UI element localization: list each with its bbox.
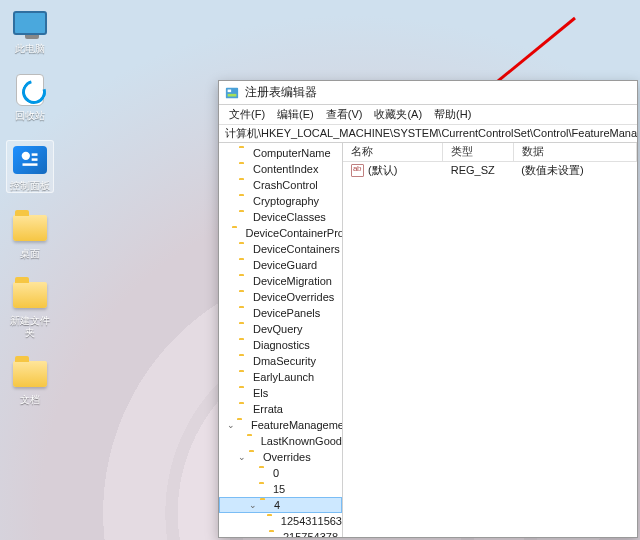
tree-node-label: Diagnostics (253, 339, 310, 351)
value-list[interactable]: 名称 类型 数据 (默认)REG_SZ(数值未设置) (343, 143, 637, 537)
desktop-icon-f2[interactable]: 新建文件夹 (6, 278, 54, 339)
svg-rect-3 (23, 163, 38, 166)
tree-node-label: ContentIndex (253, 163, 318, 175)
tree-node[interactable]: ·LastKnownGood (219, 433, 342, 449)
tree-node[interactable]: ⌄4 (219, 497, 342, 513)
regedit-icon (225, 86, 239, 100)
tree-node[interactable]: ·DeviceClasses (219, 209, 342, 225)
tree-node[interactable]: ·DevQuery (219, 321, 342, 337)
menu-item-0[interactable]: 文件(F) (223, 107, 271, 122)
key-folder-icon (238, 148, 250, 158)
tree-node[interactable]: ·DmaSecurity (219, 353, 342, 369)
tree-node[interactable]: ·ContentIndex (219, 161, 342, 177)
tree-node-label: FeatureManagement (251, 419, 343, 431)
value-data: (数值未设置) (513, 161, 636, 179)
tree-node[interactable]: ·Errata (219, 401, 342, 417)
key-folder-icon (238, 244, 250, 254)
tree-node-label: Els (253, 387, 268, 399)
key-folder-icon (236, 420, 248, 430)
desktop-icon-label: 文档 (6, 394, 54, 406)
desktop-icon-label: 此电脑 (6, 43, 54, 55)
ctrl-icon (13, 143, 47, 177)
tree-node[interactable]: ·0 (219, 465, 342, 481)
svg-rect-1 (32, 153, 38, 156)
tree-node[interactable]: ·DeviceContainers (219, 241, 342, 257)
value-row[interactable]: (默认)REG_SZ(数值未设置) (343, 161, 637, 179)
key-folder-icon (238, 404, 250, 414)
titlebar[interactable]: 注册表编辑器 (219, 81, 637, 105)
tree-node-label: ComputerName (253, 147, 331, 159)
expand-icon[interactable]: ⌄ (248, 500, 258, 510)
tree-node[interactable]: ·DevicePanels (219, 305, 342, 321)
tree-node[interactable]: ·Diagnostics (219, 337, 342, 353)
col-data[interactable]: 数据 (513, 143, 636, 161)
desktop-icon-pc[interactable]: 此电脑 (6, 6, 54, 55)
desktop-icon-f3[interactable]: 文档 (6, 357, 54, 406)
tree-node-label: DeviceGuard (253, 259, 317, 271)
expand-icon[interactable]: ⌄ (237, 452, 247, 462)
menu-item-4[interactable]: 帮助(H) (428, 107, 477, 122)
menubar: 文件(F)编辑(E)查看(V)收藏夹(A)帮助(H) (219, 105, 637, 125)
tree-node[interactable]: ·Els (219, 385, 342, 401)
tree-node[interactable]: ·215754378 (219, 529, 342, 537)
key-folder-icon (238, 340, 250, 350)
key-folder-icon (268, 532, 280, 537)
desktop-icon-label: 回收站 (6, 110, 54, 122)
address-bar[interactable]: 计算机\HKEY_LOCAL_MACHINE\SYSTEM\CurrentCon… (219, 125, 637, 143)
desktop-icon-bin[interactable]: 回收站 (6, 73, 54, 122)
tree-node-label: DevQuery (253, 323, 303, 335)
tree-node-label: DeviceContainerPropertyUpdat (246, 227, 343, 239)
svg-rect-6 (228, 89, 232, 92)
tree-node-label: Errata (253, 403, 283, 415)
key-folder-icon (238, 292, 250, 302)
window-title: 注册表编辑器 (245, 84, 317, 101)
tree-node[interactable]: ·DeviceContainerPropertyUpdat (219, 225, 342, 241)
tree-node-label: DeviceClasses (253, 211, 326, 223)
regedit-window: 注册表编辑器 文件(F)编辑(E)查看(V)收藏夹(A)帮助(H) 计算机\HK… (218, 80, 638, 538)
svg-rect-7 (228, 93, 237, 96)
tree-node-label: Overrides (263, 451, 311, 463)
tree-node[interactable]: ·EarlyLaunch (219, 369, 342, 385)
tree-node[interactable]: ·DeviceGuard (219, 257, 342, 273)
desktop-icon-f1[interactable]: 桌面 (6, 211, 54, 260)
tree-node[interactable]: ·DeviceMigration (219, 273, 342, 289)
key-folder-icon (238, 212, 250, 222)
tree-node-label: DevicePanels (253, 307, 320, 319)
value-type: REG_SZ (443, 161, 513, 179)
tree-node-label: DeviceOverrides (253, 291, 334, 303)
key-folder-icon (246, 436, 258, 446)
tree-node[interactable]: ·DeviceOverrides (219, 289, 342, 305)
tree-node-label: 1254311563 (281, 515, 342, 527)
desktop-icon-ctrl[interactable]: 控制面板 (6, 140, 54, 193)
tree-node[interactable]: ·ComputerName (219, 145, 342, 161)
tree-node[interactable]: ⌄FeatureManagement (219, 417, 342, 433)
bin-icon (13, 73, 47, 107)
menu-item-1[interactable]: 编辑(E) (271, 107, 320, 122)
tree-node[interactable]: ⌄Overrides (219, 449, 342, 465)
key-folder-icon (238, 276, 250, 286)
key-folder-icon (231, 228, 243, 238)
tree-node[interactable]: ·1254311563 (219, 513, 342, 529)
folder-icon (13, 211, 47, 245)
registry-tree[interactable]: ·ComputerName·ContentIndex·CrashControl·… (219, 143, 343, 537)
svg-rect-5 (226, 87, 238, 98)
tree-node-label: EarlyLaunch (253, 371, 314, 383)
col-type[interactable]: 类型 (443, 143, 513, 161)
menu-item-3[interactable]: 收藏夹(A) (368, 107, 428, 122)
tree-node[interactable]: ·CrashControl (219, 177, 342, 193)
expand-icon[interactable]: ⌄ (227, 420, 235, 430)
menu-item-2[interactable]: 查看(V) (320, 107, 369, 122)
tree-node-label: CrashControl (253, 179, 318, 191)
key-folder-icon (238, 388, 250, 398)
desktop-icon-label: 桌面 (6, 248, 54, 260)
tree-node-label: 15 (273, 483, 285, 495)
tree-node-label: LastKnownGood (261, 435, 342, 447)
col-name[interactable]: 名称 (343, 143, 443, 161)
tree-node[interactable]: ·Cryptography (219, 193, 342, 209)
key-folder-icon (258, 468, 270, 478)
key-folder-icon (258, 484, 270, 494)
folder-icon (13, 357, 47, 391)
tree-node-label: 4 (274, 499, 280, 511)
pc-icon (13, 6, 47, 40)
tree-node[interactable]: ·15 (219, 481, 342, 497)
